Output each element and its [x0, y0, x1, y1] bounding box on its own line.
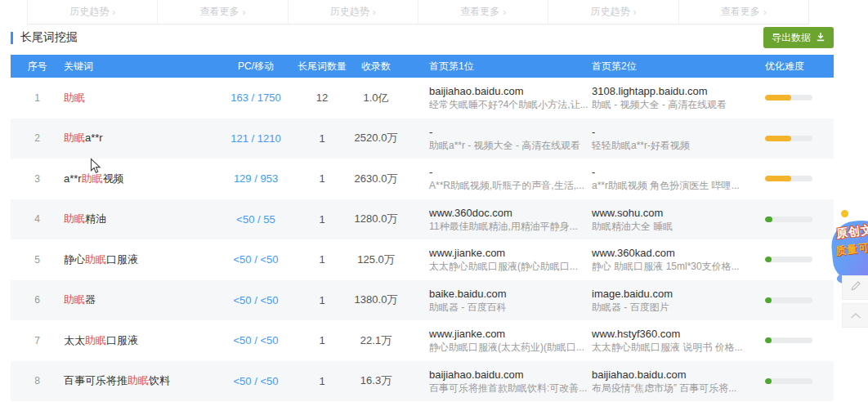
- table-row: 2助眠a**r121 / 121012520.0万-助眠a**r - 视频大全 …: [11, 118, 834, 159]
- cell-index: 8: [11, 375, 64, 386]
- pc-mobile-link[interactable]: <50 / <50: [219, 253, 293, 266]
- keyword-link[interactable]: 助眠精油: [64, 212, 219, 226]
- serp-url: www.360doc.com: [429, 206, 588, 220]
- difficulty-bar: [765, 378, 812, 384]
- chevron-right-icon: ›: [373, 7, 376, 18]
- promo-badge[interactable]: 原创文 质量可: [830, 210, 868, 285]
- serp-desc: 太太静心助眠口服液(静心助眠口...: [429, 260, 588, 273]
- serp-url: -: [429, 165, 588, 179]
- column-header: 长尾词数量: [293, 60, 351, 74]
- history-trend-link[interactable]: 历史趋势›: [548, 0, 678, 24]
- view-more-link[interactable]: 查看更多›: [679, 0, 809, 24]
- serp-url: baijiahao.baidu.com: [429, 368, 588, 382]
- cell-index: 5: [11, 254, 64, 266]
- column-header: 关键词: [64, 60, 219, 74]
- serp-pos2: www.360kad.com静心 助眠口服液 15ml*30支价格...: [588, 246, 756, 273]
- cell-index: 4: [11, 213, 64, 225]
- serp-url: www.jianke.com: [429, 246, 588, 260]
- cell-index: 3: [11, 173, 64, 185]
- pc-mobile-link[interactable]: <50 / <50: [219, 375, 293, 387]
- keyword-text: a**r: [64, 172, 82, 185]
- keyword-text: 百事可乐将推: [64, 374, 128, 386]
- cell-difficulty: [756, 136, 834, 141]
- cell-longtail-count: 1: [293, 334, 351, 346]
- serp-url: www.hstyf360.com: [592, 327, 756, 341]
- view-more-link[interactable]: 查看更多›: [418, 0, 548, 24]
- difficulty-fill: [765, 95, 791, 100]
- cell-index: 1: [11, 92, 64, 104]
- keyword-link[interactable]: a**r助眠视频: [64, 172, 219, 186]
- feedback-edit-button[interactable]: [842, 275, 868, 300]
- keyword-text: a**r: [85, 132, 103, 144]
- pc-mobile-link[interactable]: <50 / <50: [219, 294, 293, 306]
- link-label: 历史趋势: [69, 5, 109, 19]
- serp-pos1: www.jianke.com静心助眠口服液(太太药业)(助眠口...: [400, 327, 588, 354]
- history-trend-link[interactable]: 历史趋势›: [28, 0, 158, 24]
- chevron-right-icon: ›: [763, 7, 767, 18]
- serp-desc: 轻轻助眠a**r-好看视频: [592, 139, 756, 152]
- view-more-link[interactable]: 查看更多›: [158, 0, 288, 24]
- keyword-text: 口服液: [106, 253, 138, 266]
- difficulty-fill: [765, 176, 791, 181]
- serp-url: baike.baidu.com: [429, 287, 588, 301]
- keyword-link[interactable]: 助眠器: [64, 293, 219, 307]
- pc-mobile-link[interactable]: <50 / <50: [219, 334, 293, 346]
- serp-desc: 百事可乐将推首款助眠饮料:可改善...: [429, 382, 588, 395]
- section-title: 长尾词挖掘: [11, 27, 834, 48]
- link-label: 历史趋势: [330, 5, 369, 19]
- cell-indexed-count: 1380.0万: [351, 293, 400, 307]
- serp-pos1: -助眠a**r - 视频大全 - 高清在线观看: [400, 125, 588, 152]
- pc-mobile-link[interactable]: 163 / 1750: [219, 92, 293, 104]
- cell-difficulty: [756, 297, 834, 303]
- serp-desc: 经常失眠睡不好?4个助眠小方法,让...: [429, 98, 588, 111]
- keyword-text: 饮料: [149, 374, 170, 386]
- pencil-icon: [850, 280, 861, 295]
- keyword-link[interactable]: 静心助眠口服液: [64, 252, 219, 267]
- keyword-highlight: 助眠: [64, 293, 85, 306]
- cell-index: 7: [11, 335, 64, 346]
- keyword-link[interactable]: 太太助眠口服液: [64, 333, 219, 348]
- serp-url: image.baidu.com: [592, 287, 756, 301]
- link-label: 查看更多: [460, 5, 499, 19]
- serp-pos1: -A**R助眠视频,听瓶子的声音,生活,...: [400, 165, 588, 192]
- difficulty-bar: [765, 136, 812, 141]
- difficulty-bar: [765, 297, 812, 303]
- column-header: 首页第1位: [400, 60, 588, 74]
- serp-pos1: baijiahao.baidu.com经常失眠睡不好?4个助眠小方法,让...: [400, 84, 588, 111]
- serp-url: www.jianke.com: [429, 327, 588, 341]
- serp-url: www.360kad.com: [592, 246, 756, 260]
- keyword-link[interactable]: 助眠: [64, 91, 219, 105]
- serp-pos1: baijiahao.baidu.com百事可乐将推首款助眠饮料:可改善...: [400, 368, 588, 395]
- table-body: 1助眠163 / 1750121.0亿baijiahao.baidu.com经常…: [11, 78, 834, 401]
- keyword-text: 精油: [85, 212, 106, 225]
- pc-mobile-link[interactable]: 121 / 1210: [219, 132, 293, 145]
- cell-longtail-count: 1: [293, 253, 351, 266]
- serp-desc: 助眠 - 视频大全 - 高清在线观看: [592, 98, 756, 111]
- cell-longtail-count: 1: [293, 375, 351, 387]
- keyword-link[interactable]: 百事可乐将推助眠饮料: [64, 373, 219, 388]
- pc-mobile-link[interactable]: 129 / 953: [219, 172, 293, 185]
- keyword-highlight: 助眠: [85, 334, 106, 346]
- back-to-top-button[interactable]: [842, 303, 868, 328]
- serp-desc: 助眠器 - 百度图片: [592, 301, 756, 314]
- chevron-right-icon: ›: [242, 7, 245, 18]
- serp-url: -: [592, 165, 756, 179]
- difficulty-bar: [765, 217, 812, 222]
- cell-longtail-count: 1: [293, 172, 351, 185]
- keyword-text: 视频: [103, 172, 124, 185]
- history-trend-link[interactable]: 历史趋势›: [289, 0, 418, 24]
- cell-index: 6: [11, 294, 64, 306]
- keyword-text: 口服液: [106, 334, 138, 346]
- export-data-button[interactable]: 导出数据: [763, 27, 834, 48]
- cell-difficulty: [756, 257, 834, 262]
- serp-pos2: baijiahao.baidu.com布局疫情“焦虑市场” 百事可乐将...: [588, 368, 756, 395]
- keyword-link[interactable]: 助眠a**r: [64, 131, 219, 145]
- serp-url: -: [592, 125, 756, 139]
- serp-url: baijiahao.baidu.com: [429, 84, 588, 98]
- keyword-highlight: 助眠: [85, 253, 106, 266]
- serp-pos1: www.360doc.com11种最佳助眠精油,用精油平静身...: [400, 206, 588, 233]
- keyword-highlight: 助眠: [64, 92, 85, 104]
- download-icon: [816, 32, 825, 44]
- serp-desc: a**r助眠视频 角色扮演医生 哔哩...: [592, 179, 756, 192]
- pc-mobile-link[interactable]: <50 / 55: [219, 213, 293, 226]
